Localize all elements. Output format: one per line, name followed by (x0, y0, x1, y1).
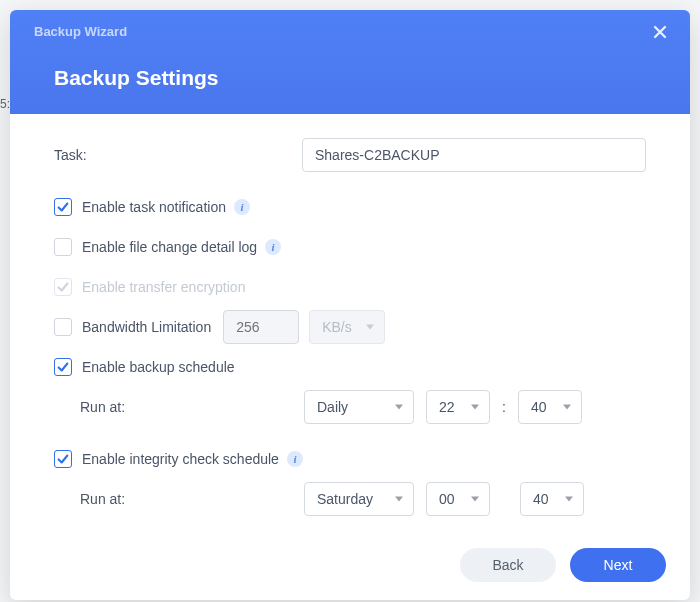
bandwidth-checkbox[interactable] (54, 318, 72, 336)
backup-minute-select[interactable]: 40 (518, 390, 582, 424)
backup-wizard-modal: Backup Wizard Backup Settings Task: Enab… (10, 10, 690, 600)
transfer-encryption-checkbox (54, 278, 72, 296)
chevron-down-icon (395, 405, 403, 410)
chevron-down-icon (395, 497, 403, 502)
backup-schedule-row: Enable backup schedule (54, 350, 646, 384)
chevron-down-icon (471, 497, 479, 502)
wizard-title: Backup Wizard (34, 24, 127, 39)
file-change-log-checkbox[interactable] (54, 238, 72, 256)
integrity-check-label: Enable integrity check schedule (82, 451, 279, 467)
backup-hour-select[interactable]: 22 (426, 390, 490, 424)
transfer-encryption-row: Enable transfer encryption (54, 270, 646, 304)
integrity-day-select[interactable]: Saturday (304, 482, 414, 516)
modal-header: Backup Wizard Backup Settings (10, 10, 690, 114)
enable-notification-checkbox[interactable] (54, 198, 72, 216)
backup-schedule-checkbox[interactable] (54, 358, 72, 376)
chevron-down-icon (563, 405, 571, 410)
file-change-log-row: Enable file change detail log i (54, 230, 646, 264)
backup-schedule-runat-row: Run at: Daily 22 : 40 (54, 390, 646, 424)
backup-frequency-value: Daily (317, 399, 348, 415)
bandwidth-value-input (223, 310, 299, 344)
integrity-minute-select[interactable]: 40 (520, 482, 584, 516)
info-icon[interactable]: i (234, 199, 250, 215)
modal-footer: Back Next (10, 530, 690, 600)
chevron-down-icon (471, 405, 479, 410)
integrity-runat-row: Run at: Saturday 00 40 (54, 482, 646, 516)
bandwidth-row: Bandwidth Limitation KB/s (54, 310, 646, 344)
transfer-encryption-label: Enable transfer encryption (82, 279, 245, 295)
integrity-hour-value: 00 (439, 491, 455, 507)
chevron-down-icon (366, 325, 374, 330)
backup-frequency-select[interactable]: Daily (304, 390, 414, 424)
integrity-check-checkbox[interactable] (54, 450, 72, 468)
info-icon[interactable]: i (265, 239, 281, 255)
enable-notification-row: Enable task notification i (54, 190, 646, 224)
integrity-runat-label: Run at: (80, 491, 304, 507)
chevron-down-icon (565, 497, 573, 502)
backup-runat-label: Run at: (80, 399, 304, 415)
integrity-minute-value: 40 (533, 491, 549, 507)
task-label: Task: (54, 147, 302, 163)
enable-notification-label: Enable task notification (82, 199, 226, 215)
file-change-log-label: Enable file change detail log (82, 239, 257, 255)
modal-body: Task: Enable task notification i Enable … (10, 114, 690, 530)
task-row: Task: (54, 138, 646, 172)
bandwidth-unit-select: KB/s (309, 310, 385, 344)
time-colon: : (502, 399, 506, 415)
page-title: Backup Settings (54, 66, 219, 90)
bandwidth-unit-value: KB/s (322, 319, 352, 335)
integrity-check-row: Enable integrity check schedule i (54, 442, 646, 476)
close-icon[interactable] (652, 24, 672, 44)
backup-hour-value: 22 (439, 399, 455, 415)
bandwidth-label: Bandwidth Limitation (82, 319, 211, 335)
integrity-day-value: Saturday (317, 491, 373, 507)
info-icon[interactable]: i (287, 451, 303, 467)
backup-minute-value: 40 (531, 399, 547, 415)
next-button[interactable]: Next (570, 548, 666, 582)
backup-schedule-label: Enable backup schedule (82, 359, 235, 375)
integrity-hour-select[interactable]: 00 (426, 482, 490, 516)
task-name-input[interactable] (302, 138, 646, 172)
back-button[interactable]: Back (460, 548, 556, 582)
